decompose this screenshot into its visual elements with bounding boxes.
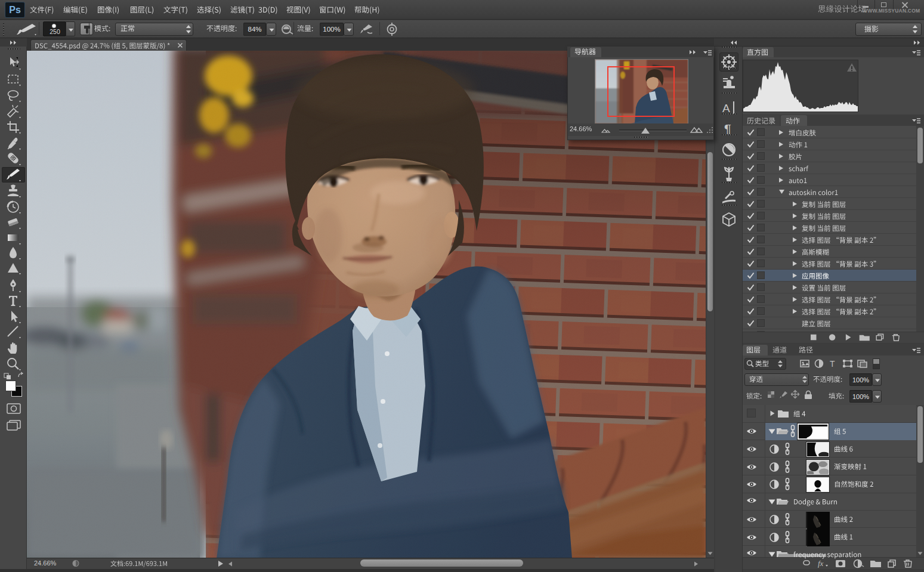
svg-text:fx: fx — [818, 559, 824, 568]
svg-text:T: T — [830, 359, 835, 369]
